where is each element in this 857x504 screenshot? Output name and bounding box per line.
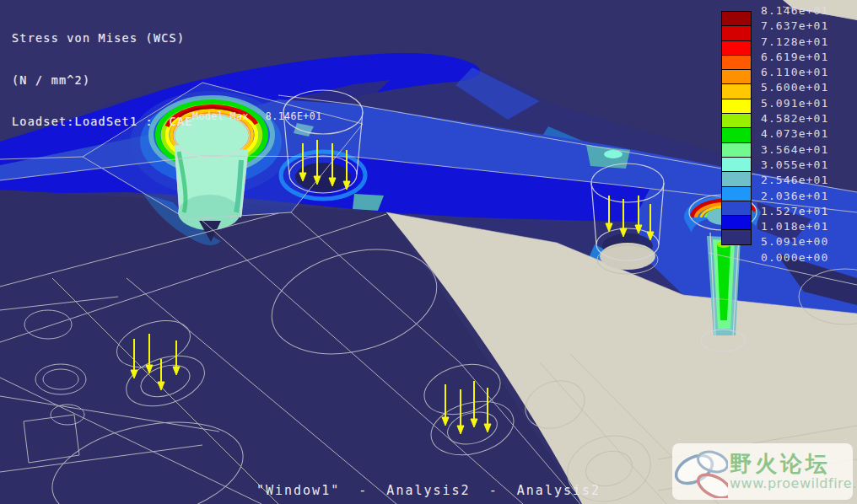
legend-value-label: 6.110e+01: [761, 65, 828, 80]
legend-color-cell: [721, 69, 752, 84]
watermark-forum-name: 野火论坛: [730, 452, 831, 475]
legend-value-label: 0.000e+00: [761, 250, 828, 265]
model-max-annotation: Model Max 8.146E+01: [192, 110, 322, 122]
legend-swatches: [721, 11, 752, 245]
result-loadset: Loadset:LoadSet1 : CAE: [12, 115, 193, 129]
legend-value-label: 4.073e+01: [761, 126, 828, 142]
legend-value-label: 1.018e+01: [761, 219, 828, 234]
result-units: (N / mm^2): [12, 73, 193, 88]
legend-value-label: 5.600e+01: [761, 80, 828, 95]
legend-color-cell: [721, 229, 752, 244]
legend-value-label: 8.146e+01: [761, 3, 828, 19]
watermark-url: www.proewildfire.cn: [730, 475, 857, 492]
legend-value-label: 2.036e+01: [761, 189, 828, 204]
legend-color-cell: [721, 55, 752, 70]
legend-color-cell: [721, 40, 752, 56]
legend-color-cell: [721, 142, 752, 158]
legend-value-label: 5.091e+01: [761, 96, 828, 111]
legend-value-label: 3.055e+01: [761, 158, 828, 173]
legend-value-label: 1.527e+01: [761, 204, 828, 219]
cae-results-viewport[interactable]: Stress von Mises (WCS) (N / mm^2) Loadse…: [0, 0, 857, 504]
legend-color-cell: [721, 201, 752, 216]
legend-color-cell: [721, 127, 752, 142]
result-title: Stress von Mises (WCS): [12, 31, 193, 46]
legend-value-label: 3.564e+01: [761, 142, 828, 158]
legend-labels: 8.146e+017.637e+017.128e+016.619e+016.11…: [761, 3, 828, 265]
legend-value-label: 4.582e+01: [761, 111, 828, 126]
butterfly-logo-icon: [672, 446, 728, 498]
model-max-label: Model Max: [192, 110, 249, 122]
model-max-value: 8.146E+01: [266, 110, 322, 122]
legend-color-cell: [721, 157, 752, 172]
result-title-block: Stress von Mises (WCS) (N / mm^2) Loadse…: [12, 3, 193, 142]
legend-color-cell: [721, 113, 752, 128]
legend-color-cell: [721, 171, 752, 186]
legend-value-label: 2.546e+01: [761, 173, 828, 188]
legend-color-cell: [721, 215, 752, 230]
legend-color-cell: [721, 25, 752, 40]
legend-value-label: 7.128e+01: [761, 35, 828, 50]
legend-color-cell: [721, 83, 752, 99]
legend-color-cell: [721, 11, 752, 26]
legend-value-label: 6.619e+01: [761, 50, 828, 65]
legend-value-label: 7.637e+01: [761, 19, 828, 34]
legend-color-cell: [721, 99, 752, 114]
legend-color-cell: [721, 186, 752, 201]
legend-value-label: 5.091e+00: [761, 234, 828, 249]
watermark-panel: 野火论坛 www.proewildfire.cn: [672, 443, 853, 500]
